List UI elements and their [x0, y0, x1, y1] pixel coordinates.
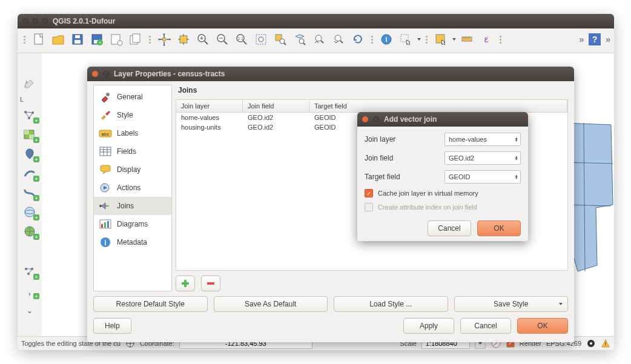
- save-as-icon[interactable]: +: [88, 31, 105, 48]
- overflow-icon[interactable]: »: [606, 35, 610, 44]
- chevron-down-icon[interactable]: [417, 38, 421, 41]
- svg-line-19: [224, 41, 227, 44]
- join-arrow-icon: [99, 200, 112, 212]
- ok-button[interactable]: OK: [477, 220, 521, 236]
- nav-labels[interactable]: abcLabels: [94, 124, 171, 142]
- svg-text:!: !: [605, 341, 607, 347]
- nav-metadata[interactable]: iMetadata: [94, 233, 171, 251]
- svg-text:+: +: [99, 40, 102, 45]
- svg-text:i: i: [385, 36, 387, 43]
- add-vector-icon[interactable]: +: [21, 108, 38, 122]
- zoom-full-icon[interactable]: [253, 31, 269, 48]
- window-button-icon[interactable]: [103, 71, 109, 77]
- table-icon: [99, 145, 112, 157]
- main-titlebar[interactable]: QGIS 2.0.1-Dufour: [18, 14, 614, 28]
- remove-join-button[interactable]: [201, 276, 220, 291]
- save-icon[interactable]: [69, 31, 86, 48]
- add-mssql-icon[interactable]: +: [21, 185, 38, 200]
- zoom-next-icon[interactable]: [330, 31, 347, 48]
- join-layer-combo[interactable]: home-values▴▾: [444, 133, 521, 146]
- svg-point-29: [299, 39, 304, 44]
- svg-rect-2: [74, 40, 81, 44]
- apply-button[interactable]: Apply: [403, 318, 454, 334]
- pan-icon[interactable]: [156, 31, 173, 48]
- refresh-icon[interactable]: [349, 31, 366, 48]
- toolbar-grip-icon[interactable]: [22, 31, 27, 47]
- add-wms-icon[interactable]: +: [21, 224, 38, 239]
- cache-checkbox[interactable]: [365, 189, 373, 197]
- save-style-button[interactable]: Save Style: [454, 296, 569, 312]
- nav-display[interactable]: Display: [94, 160, 171, 179]
- help-icon[interactable]: ?: [586, 31, 603, 48]
- svg-line-34: [340, 41, 343, 43]
- svg-point-9: [117, 41, 122, 45]
- add-oracle-icon[interactable]: +: [21, 205, 38, 219]
- add-postgis-icon[interactable]: +: [21, 147, 38, 161]
- toolbar-grip-icon[interactable]: [425, 31, 429, 47]
- nav-general[interactable]: General: [94, 88, 171, 106]
- nav-joins[interactable]: Joins: [94, 197, 171, 215]
- crs-status-icon[interactable]: [586, 339, 596, 348]
- zoom-native-icon[interactable]: 1:1: [233, 31, 250, 48]
- cancel-button[interactable]: Cancel: [428, 220, 471, 236]
- load-style-button[interactable]: Load Style ...: [334, 296, 448, 312]
- svg-line-23: [243, 41, 246, 44]
- svg-rect-74: [100, 147, 111, 156]
- ok-button[interactable]: OK: [517, 318, 568, 334]
- zoom-selection-icon[interactable]: [272, 31, 289, 48]
- svg-line-60: [28, 269, 32, 274]
- index-label: Create attribute index on join field: [378, 204, 477, 211]
- chevron-down-icon[interactable]: [452, 38, 456, 41]
- nav-style[interactable]: Style: [94, 106, 171, 124]
- select-icon[interactable]: [397, 31, 414, 48]
- add-spatialite-icon[interactable]: +: [21, 166, 38, 180]
- add-raster-icon[interactable]: +: [21, 127, 38, 142]
- open-project-icon[interactable]: [50, 31, 67, 48]
- cancel-button[interactable]: Cancel: [460, 318, 511, 334]
- save-default-button[interactable]: Save As Default: [214, 296, 328, 312]
- chart-icon: [99, 218, 112, 230]
- join-field-combo[interactable]: GEO.id2▴▾: [444, 151, 521, 165]
- close-icon[interactable]: [22, 18, 28, 24]
- dialog-titlebar[interactable]: Layer Properties - census-tracts: [87, 67, 574, 81]
- toolbar-grip-icon[interactable]: [28, 243, 32, 259]
- pan-to-selection-icon[interactable]: [175, 31, 192, 48]
- target-field-combo[interactable]: GEOID▴▾: [444, 170, 521, 184]
- log-messages-icon[interactable]: !: [601, 339, 610, 348]
- zoom-out-icon[interactable]: [214, 31, 231, 48]
- window-button-icon[interactable]: [373, 116, 379, 122]
- close-icon[interactable]: [362, 116, 368, 122]
- chevron-down-icon: [559, 303, 563, 305]
- toolbar-grip-icon[interactable]: [370, 31, 374, 47]
- overflow-icon[interactable]: ⌄: [27, 306, 33, 315]
- toolbar-grip-icon[interactable]: [498, 31, 503, 47]
- restore-style-button[interactable]: Restore Default Style: [93, 296, 208, 312]
- add-delimited-icon[interactable]: ,+: [21, 283, 38, 298]
- new-project-icon[interactable]: [30, 31, 47, 48]
- deselect-icon[interactable]: [432, 31, 449, 48]
- zoom-in-icon[interactable]: [194, 31, 211, 48]
- zoom-layer-icon[interactable]: [291, 31, 308, 48]
- nav-fields[interactable]: Fields: [94, 142, 171, 160]
- identify-icon[interactable]: i: [378, 31, 395, 48]
- nav-diagrams[interactable]: Diagrams: [94, 215, 171, 233]
- close-icon[interactable]: [92, 71, 98, 77]
- maximize-icon[interactable]: [42, 18, 48, 24]
- add-vector-join-dialog: Add vector join Join layer home-values▴▾…: [357, 112, 528, 241]
- add-csv-icon[interactable]: +: [21, 264, 38, 279]
- expression-icon[interactable]: ε: [478, 31, 495, 48]
- new-composer-icon[interactable]: [108, 31, 125, 48]
- zoom-last-icon[interactable]: [311, 31, 328, 48]
- help-button[interactable]: Help: [93, 318, 131, 334]
- toolbar-grip-icon[interactable]: [28, 56, 32, 71]
- nav-actions[interactable]: Actions: [94, 179, 171, 197]
- edit-toggle-icon[interactable]: [21, 76, 38, 91]
- cache-label: Cache join layer in virtual memory: [378, 190, 478, 197]
- overflow-icon[interactable]: »: [579, 35, 584, 44]
- minimize-icon[interactable]: [32, 18, 38, 24]
- measure-icon[interactable]: [458, 31, 475, 48]
- dialog-titlebar[interactable]: Add vector join: [357, 112, 528, 127]
- toolbar-grip-icon[interactable]: [148, 31, 152, 47]
- composer-manager-icon[interactable]: [127, 31, 144, 48]
- add-join-button[interactable]: [176, 276, 195, 291]
